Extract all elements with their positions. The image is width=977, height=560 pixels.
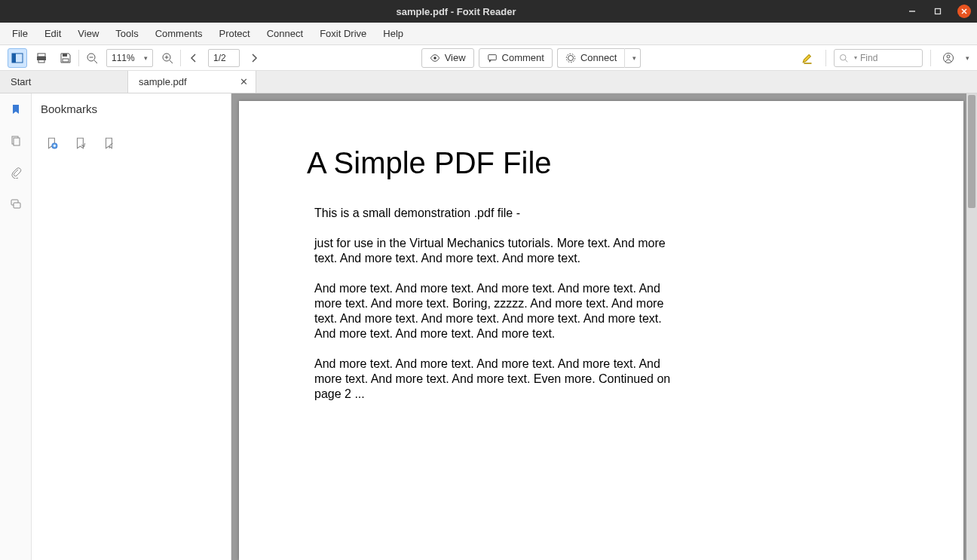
- tab-label: Start: [11, 76, 31, 87]
- highlighter-button[interactable]: [798, 49, 818, 67]
- svg-point-21: [566, 54, 574, 62]
- comment-mode-button[interactable]: Comment: [479, 48, 553, 68]
- menu-foxit-drive[interactable]: Foxit Drive: [312, 25, 374, 42]
- zoom-level-dropdown[interactable]: 111%▾: [106, 49, 153, 67]
- tab-document[interactable]: sample.pdf ✕: [128, 71, 256, 93]
- bookmarks-panel: Bookmarks: [32, 93, 231, 560]
- maximize-button[interactable]: [932, 5, 944, 17]
- window-titlebar: sample.pdf - Foxit Reader: [0, 0, 977, 23]
- tab-label: sample.pdf: [139, 76, 187, 87]
- toolbar-separator: [180, 50, 181, 66]
- vertical-scrollbar[interactable]: [966, 93, 977, 560]
- expand-bookmarks-button[interactable]: [74, 136, 87, 150]
- menu-bar: File Edit View Tools Comments Protect Co…: [0, 23, 977, 45]
- zoom-in-button[interactable]: [158, 48, 177, 68]
- connect-mode-label: Connect: [580, 52, 617, 63]
- svg-rect-1: [936, 9, 941, 14]
- find-placeholder: Find: [860, 53, 877, 63]
- connect-icon: [565, 53, 576, 63]
- svg-rect-19: [488, 54, 496, 60]
- svg-rect-22: [804, 63, 811, 64]
- account-button[interactable]: [939, 48, 958, 68]
- comments-rail-icon[interactable]: [9, 197, 23, 211]
- sidebar-rail: [0, 93, 32, 560]
- chevron-down-icon[interactable]: ▾: [966, 54, 969, 62]
- nav-pane-toggle-button[interactable]: [8, 48, 27, 68]
- print-button[interactable]: [32, 48, 51, 68]
- eye-icon: [430, 53, 440, 63]
- next-page-button[interactable]: [244, 48, 264, 68]
- document-paragraph: just for use in the Virtual Mechanics tu…: [307, 236, 684, 266]
- connect-mode-button[interactable]: Connect: [557, 48, 624, 68]
- toolbar-separator: [930, 50, 931, 66]
- svg-point-26: [947, 55, 950, 58]
- menu-edit[interactable]: Edit: [37, 25, 69, 42]
- svg-rect-9: [63, 54, 67, 57]
- prev-page-button[interactable]: [184, 48, 204, 68]
- view-mode-button[interactable]: View: [421, 48, 474, 68]
- menu-connect[interactable]: Connect: [259, 25, 311, 42]
- toolbar: 111%▾ 1/2 View Comment Connect ▾: [0, 45, 977, 71]
- page-number-value: 1/2: [213, 53, 226, 63]
- pdf-page: A Simple PDF File This is a small demons…: [239, 101, 963, 560]
- svg-point-20: [568, 55, 573, 60]
- document-paragraph: And more text. And more text. And more t…: [307, 281, 684, 341]
- svg-point-18: [433, 57, 436, 60]
- toolbar-separator: [78, 50, 79, 66]
- toolbar-separator: [825, 50, 826, 66]
- add-bookmark-button[interactable]: [45, 136, 59, 150]
- comment-mode-label: Comment: [502, 52, 544, 63]
- close-button[interactable]: [957, 5, 971, 18]
- zoom-level-value: 111%: [112, 53, 135, 63]
- svg-rect-5: [12, 54, 16, 63]
- pages-rail-icon[interactable]: [9, 134, 23, 148]
- svg-rect-10: [63, 59, 69, 62]
- bookmarks-rail-icon[interactable]: [9, 103, 23, 116]
- panel-title: Bookmarks: [41, 103, 222, 115]
- svg-line-15: [170, 60, 173, 63]
- save-button[interactable]: [56, 48, 75, 68]
- document-paragraph: And more text. And more text. And more t…: [307, 357, 684, 402]
- menu-file[interactable]: File: [5, 25, 35, 42]
- document-tab-strip: Start sample.pdf ✕: [0, 71, 977, 93]
- search-icon: [839, 54, 848, 63]
- scrollbar-thumb[interactable]: [968, 95, 975, 208]
- comment-icon: [487, 53, 498, 63]
- document-viewport[interactable]: A Simple PDF File This is a small demons…: [231, 93, 977, 560]
- minimize-button[interactable]: [906, 5, 918, 17]
- find-field[interactable]: ▾ Find: [834, 49, 923, 67]
- tab-close-button[interactable]: ✕: [240, 76, 248, 87]
- menu-view[interactable]: View: [70, 25, 106, 42]
- collapse-bookmarks-button[interactable]: [103, 136, 116, 150]
- chevron-down-icon: ▾: [144, 54, 148, 62]
- document-paragraph: This is a small demonstration .pdf file …: [307, 206, 684, 221]
- attachments-rail-icon[interactable]: [9, 166, 23, 179]
- svg-line-12: [94, 60, 97, 63]
- chevron-down-icon: ▾: [854, 54, 857, 61]
- chevron-down-icon: ▾: [632, 54, 636, 62]
- svg-line-24: [845, 60, 847, 62]
- svg-rect-6: [38, 54, 45, 57]
- connect-dropdown-button[interactable]: ▾: [624, 48, 641, 68]
- menu-protect[interactable]: Protect: [212, 25, 258, 42]
- menu-comments[interactable]: Comments: [148, 25, 210, 42]
- zoom-out-button[interactable]: [82, 48, 102, 68]
- svg-point-23: [841, 54, 847, 60]
- page-number-field[interactable]: 1/2: [208, 49, 240, 67]
- svg-rect-28: [14, 138, 20, 145]
- menu-tools[interactable]: Tools: [108, 25, 145, 42]
- svg-rect-30: [14, 203, 20, 208]
- view-mode-label: View: [445, 52, 466, 63]
- window-title: sample.pdf - Foxit Reader: [6, 6, 906, 17]
- document-heading: A Simple PDF File: [307, 146, 896, 180]
- tab-start[interactable]: Start: [0, 71, 128, 93]
- workspace: Bookmarks A Simple PDF File This is a sm…: [0, 93, 977, 560]
- menu-help[interactable]: Help: [375, 25, 411, 42]
